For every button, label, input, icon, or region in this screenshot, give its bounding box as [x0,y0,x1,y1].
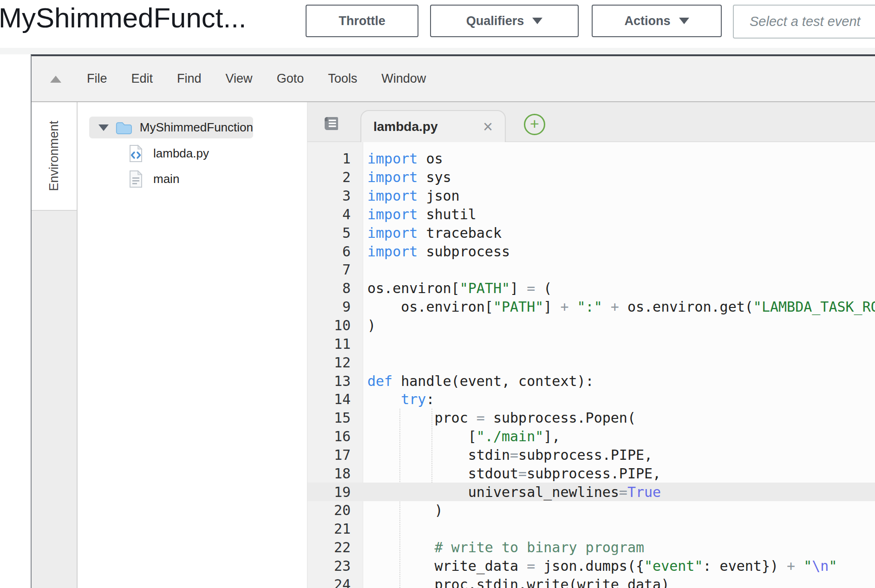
function-name-title: MyShimmedFunct... [0,2,246,34]
line-number: 17 [307,447,363,463]
code-line-14[interactable]: 14 try: [307,390,875,409]
code-line-15[interactable]: 15 proc = subprocess.Popen( [307,409,875,427]
menu-item-goto[interactable]: Goto [277,72,304,86]
test-event-placeholder: Select a test event [750,14,861,29]
menu-item-window[interactable]: Window [381,72,426,86]
document-file-icon [129,170,143,188]
line-number: 19 [307,484,363,500]
code-text: import os [363,150,443,167]
tab-label: lambda.py [373,119,438,134]
line-number: 23 [307,558,363,574]
editor-menu-bar: FileEditFindViewGotoToolsWindow [32,56,875,102]
code-line-5[interactable]: 5import traceback [307,223,875,242]
code-line-22[interactable]: 22 # write to binary program [307,538,875,557]
code-line-7[interactable]: 7 [307,261,875,279]
code-text: os.environ["PATH"] = ( [363,280,552,296]
throttle-button-label: Throttle [339,14,385,28]
tree-folder-label: MyShimmedFunction [140,120,253,135]
actions-button-label: Actions [624,14,670,28]
caret-down-icon [679,18,689,24]
line-number: 15 [307,410,363,426]
header-divider-band [0,48,875,54]
menu-item-edit[interactable]: Edit [131,72,153,86]
code-text: ) [363,317,376,333]
cloud9-editor-window: FileEditFindViewGotoToolsWindow Environm… [31,54,875,588]
file-tree-panel: MyShimmedFunction lambda.py ma [78,102,307,588]
menu-item-view[interactable]: View [226,72,253,86]
line-number: 7 [307,261,363,278]
tree-file-label: main [153,172,179,186]
line-number: 3 [307,188,363,204]
tree-file-label: lambda.py [153,146,209,161]
menu-item-tools[interactable]: Tools [328,72,357,86]
code-line-11[interactable]: 11 [307,334,875,353]
code-text: ["./main"], [363,428,560,444]
tree-file-main[interactable]: main [129,168,179,190]
collapse-panel-icon[interactable] [50,76,61,83]
line-number: 9 [307,299,363,315]
console-header: MyShimmedFunct... Throttle Qualifiers Ac… [0,0,875,48]
code-line-21[interactable]: 21 [307,520,875,538]
line-number: 5 [307,225,363,241]
code-file-icon [129,144,143,163]
line-number: 21 [307,521,363,537]
code-line-24[interactable]: 24 proc.stdin.write(write_data) [307,575,875,588]
tree-folder-row[interactable]: MyShimmedFunction [89,117,253,138]
code-text: import json [363,188,460,204]
code-line-19[interactable]: 19 universal_newlines=True [307,483,875,501]
code-line-1[interactable]: 1import os [307,150,875,168]
code-line-18[interactable]: 18 stdout=subprocess.PIPE, [307,464,875,483]
code-text: os.environ["PATH"] + ":" + os.environ.ge… [363,299,875,315]
actions-dropdown-button[interactable]: Actions [592,5,722,37]
line-number: 10 [307,317,363,333]
code-line-20[interactable]: 20 ) [307,501,875,520]
qualifiers-dropdown-button[interactable]: Qualifiers [430,5,579,37]
folder-expanded-icon[interactable] [98,124,109,131]
line-number: 20 [307,502,363,518]
environment-tab[interactable]: Environment [32,102,77,211]
qualifiers-button-label: Qualifiers [466,14,524,28]
folder-icon [116,120,132,135]
environment-tab-label: Environment [47,121,61,191]
code-line-12[interactable]: 12 [307,353,875,372]
code-text: import sys [363,169,451,185]
code-line-9[interactable]: 9 os.environ["PATH"] + ":" + os.environ.… [307,298,875,316]
code-text: proc = subprocess.Popen( [363,410,636,426]
lambda-console-page: MyShimmedFunct... Throttle Qualifiers Ac… [0,0,875,588]
code-line-8[interactable]: 8os.environ["PATH"] = ( [307,279,875,298]
open-files-list-icon[interactable] [321,114,341,133]
code-text: import shutil [363,206,477,222]
caret-down-icon [532,18,542,24]
menu-bar: FileEditFindViewGotoToolsWindow [87,56,426,101]
line-number: 14 [307,391,363,407]
line-number: 1 [307,150,363,167]
code-line-23[interactable]: 23 write_data = json.dumps({"event": eve… [307,557,875,575]
line-number: 18 [307,465,363,482]
code-line-6[interactable]: 6import subprocess [307,242,875,261]
code-line-2[interactable]: 2import sys [307,168,875,187]
line-number: 12 [307,354,363,371]
new-tab-button[interactable]: + [524,114,545,135]
menu-item-find[interactable]: Find [177,72,202,86]
code-text: try: [363,391,435,407]
code-line-10[interactable]: 10) [307,316,875,335]
code-line-13[interactable]: 13def handle(event, context): [307,372,875,390]
code-line-4[interactable]: 4import shutil [307,205,875,224]
code-lines: 1import os2import sys3import json4import… [307,142,875,588]
menu-item-file[interactable]: File [87,72,107,86]
throttle-button[interactable]: Throttle [306,5,418,37]
test-event-select[interactable]: Select a test event [733,5,875,39]
code-line-17[interactable]: 17 stdin=subprocess.PIPE, [307,446,875,464]
code-line-16[interactable]: 16 ["./main"], [307,427,875,446]
code-text: import subprocess [363,243,510,260]
tree-file-lambda-py[interactable]: lambda.py [129,143,209,164]
tab-lambda-py[interactable]: lambda.py × [360,110,506,142]
line-number: 24 [307,576,363,588]
line-number: 11 [307,336,363,352]
code-text: proc.stdin.write(write_data) [363,576,669,588]
code-line-3[interactable]: 3import json [307,187,875,205]
code-text: stdout=subprocess.PIPE, [363,465,661,482]
code-text: ) [363,502,443,518]
close-tab-icon[interactable]: × [483,118,493,135]
line-number: 22 [307,539,363,555]
